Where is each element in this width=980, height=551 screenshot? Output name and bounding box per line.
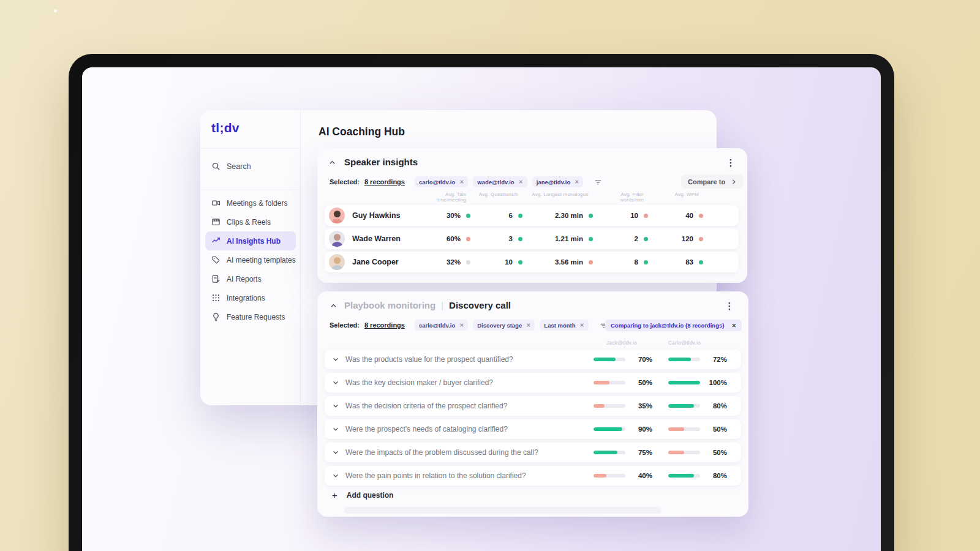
comparing-badge[interactable]: Comparing to jack@tldv.io (8 recordings)… [605, 320, 742, 331]
speaker-table-row[interactable]: Wade Warren 60% 3 1.21 min 2 120 [325, 228, 739, 249]
metric-value: 83 [685, 258, 693, 266]
kebab-menu-icon[interactable]: ⋮ [725, 158, 736, 168]
search-input[interactable]: Search [211, 162, 251, 171]
filters-row: Selected: 8 recordings carlo@tldv.io✕ wa… [330, 176, 602, 187]
filter-chip[interactable]: carlo@tldv.io✕ [415, 176, 468, 187]
status-dot [466, 237, 470, 241]
selected-count-link[interactable]: 8 recordings [364, 178, 405, 186]
question-text: Were the pain points in relation to the … [345, 471, 587, 480]
kebab-menu-icon[interactable]: ⋮ [724, 301, 735, 311]
sidebar-item-feature-requests[interactable]: Feature Requests [205, 307, 296, 326]
percentage: 50% [706, 425, 727, 433]
sidebar-item-label: Meetings & folders [227, 199, 287, 208]
metric-value: 32% [447, 258, 461, 266]
filter-icon[interactable] [594, 178, 602, 186]
progress-bar [668, 427, 700, 431]
chevron-down-icon[interactable] [332, 356, 339, 363]
metric-value: 30% [447, 212, 461, 219]
sidebar-item-ai-meeting-templates[interactable]: AI meeting templates [205, 250, 296, 269]
sidebar-item-label: Integrations [227, 294, 265, 302]
status-dot [589, 260, 593, 264]
sidebar-item-label: AI Reports [227, 275, 262, 283]
filter-chip[interactable]: Last month✕ [540, 320, 588, 331]
speaker-table-row[interactable]: Jane Cooper 32% 10 3.56 min 8 83 [325, 252, 739, 272]
question-row[interactable]: Were the pain points in relation to the … [325, 466, 741, 485]
chevron-down-icon[interactable] [332, 472, 339, 479]
progress-bar [668, 404, 700, 408]
speaker-name: Guy Hawkins [352, 211, 401, 220]
close-icon[interactable]: ✕ [459, 322, 464, 328]
sidebar-item-label: Clips & Reels [227, 218, 271, 227]
question-row[interactable]: Was the decision criteria of the prospec… [325, 396, 741, 416]
clapperboard-icon [211, 217, 221, 227]
grid-dots-icon [211, 293, 221, 302]
status-dot [699, 260, 703, 264]
chevron-down-icon[interactable] [332, 402, 339, 410]
compare-to-button[interactable]: Compare to [681, 174, 744, 189]
chevron-down-icon[interactable] [332, 449, 339, 456]
status-dot [644, 260, 648, 264]
chevron-up-icon[interactable] [330, 302, 337, 310]
close-icon[interactable]: ✕ [526, 322, 530, 328]
progress-bar [668, 474, 700, 478]
status-dot [518, 237, 522, 241]
search-icon [211, 162, 221, 171]
filters-row: Selected: 8 recordings carlo@tldv.io✕ Di… [330, 320, 608, 331]
filter-chip[interactable]: wade@tldv.io✕ [473, 176, 527, 187]
progress-bar [594, 381, 625, 384]
comparison-column-header: Jack@tldv.io [600, 340, 637, 346]
status-dot [699, 237, 703, 241]
selected-count-link[interactable]: 8 recordings [364, 321, 405, 329]
sidebar-divider [300, 110, 301, 405]
metric-value: 2.30 min [555, 212, 583, 219]
progress-bar [594, 451, 625, 454]
close-icon[interactable]: ✕ [459, 179, 464, 185]
sidebar-item-label: Feature Requests [227, 313, 285, 321]
speaker-table-row[interactable]: Guy Hawkins 30% 6 2.30 min 10 40 [325, 205, 739, 226]
chevron-up-icon[interactable] [328, 159, 336, 167]
video-camera-icon [211, 198, 221, 208]
filter-chip[interactable]: carlo@tldv.io✕ [415, 320, 468, 331]
sidebar-item-clips-reels[interactable]: Clips & Reels [205, 212, 296, 231]
sidebar-item-ai-reports[interactable]: AI Reports [205, 269, 296, 288]
tldv-logo[interactable]: tl;dv [211, 121, 239, 135]
close-icon[interactable]: ✕ [731, 323, 736, 329]
speaker-name: Jane Cooper [352, 258, 399, 266]
question-row[interactable]: Were the impacts of the problem discusse… [325, 443, 741, 462]
sidebar-nav: Meetings & folders Clips & Reels AI Insi… [205, 193, 296, 326]
metric-value: 10 [505, 258, 513, 266]
avatar [329, 208, 345, 223]
avatar [329, 254, 345, 270]
filter-chip[interactable]: Discovery stage✕ [473, 320, 535, 331]
status-dot [589, 237, 593, 241]
question-text: Were the prospect's needs of cataloging … [345, 425, 587, 433]
search-label: Search [227, 162, 251, 171]
chevron-down-icon[interactable] [332, 425, 339, 433]
question-text: Was the decision criteria of the prospec… [345, 402, 587, 410]
sidebar-item-integrations[interactable]: Integrations [205, 288, 296, 307]
percentage: 70% [631, 356, 652, 363]
metric-value: 120 [682, 235, 693, 242]
chevron-down-icon[interactable] [332, 379, 339, 386]
sidebar-item-meetings-folders[interactable]: Meetings & folders [205, 193, 296, 212]
close-icon[interactable]: ✕ [519, 179, 523, 185]
percentage: 80% [706, 402, 727, 410]
metric-value: 6 [509, 212, 513, 219]
progress-bar [594, 427, 625, 431]
metric-value: 8 [635, 258, 638, 266]
question-row[interactable]: Was the key decision maker / buyer clari… [325, 373, 741, 392]
question-row[interactable]: Was the products value for the prospect … [325, 350, 741, 369]
question-row[interactable]: Were the prospect's needs of cataloging … [325, 419, 741, 439]
close-icon[interactable]: ✕ [580, 322, 584, 328]
line-chart-icon [211, 236, 221, 246]
status-dot [518, 260, 522, 264]
sidebar-item-ai-insights-hub[interactable]: AI Insights Hub [205, 231, 296, 250]
filter-chip[interactable]: jane@tldv.io✕ [532, 176, 584, 187]
lightbulb-icon [211, 312, 221, 321]
progress-bar [594, 474, 625, 478]
add-question-button[interactable]: + Add question [332, 491, 393, 500]
percentage: 50% [631, 379, 652, 386]
column-header: Avg. WPM [652, 192, 707, 203]
close-icon[interactable]: ✕ [575, 179, 579, 185]
report-icon [211, 274, 221, 283]
